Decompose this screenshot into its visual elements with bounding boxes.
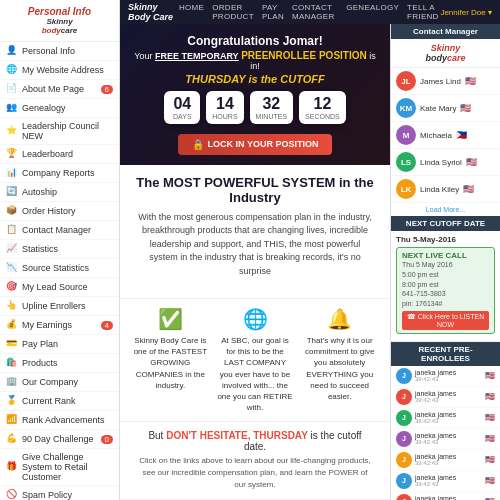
days-label: DAYS <box>170 113 194 120</box>
main-content: SkinnyBody Care HOMEORDER PRODUCTPAY PLA… <box>120 0 500 500</box>
preenrollee-name-6: janeka james <box>415 495 482 500</box>
preenrollee-time-0: 39:42:43 <box>415 376 482 382</box>
preenrollee-name-4: janeka james <box>415 453 482 460</box>
preenrollee-item-6[interactable]: J janeka james 39:42:43 🇺🇸 <box>391 492 500 500</box>
preenrollee-item-3[interactable]: J janeka james 39:42:43 🇺🇸 <box>391 429 500 450</box>
sidebar-badge-2: 6 <box>101 85 113 94</box>
preenrollee-item-0[interactable]: J janeka james 39:42:43 🇺🇸 <box>391 366 500 387</box>
dont-hesitate-sub: Click on the links above to learn about … <box>136 455 374 491</box>
sidebar-badge-14: 4 <box>101 321 113 330</box>
banner-content: Congratulations Jomar! Your FREE TEMPORA… <box>132 34 378 155</box>
preenrollee-avatar-6: J <box>396 494 412 500</box>
sidebar-label-14: My Earnings <box>22 320 97 330</box>
next-live-label: NEXT LIVE CALL <box>402 251 489 260</box>
sidebar-item-7[interactable]: 🔄 Autoship <box>0 183 119 202</box>
col-item-1: 🌐 At SBC, our goal is for this to be the… <box>217 307 294 413</box>
contact-item-1[interactable]: KM Kate Mary 🇺🇸 <box>391 95 500 122</box>
contact-item-0[interactable]: JL James Lind 🇺🇸 <box>391 68 500 95</box>
sidebar-item-4[interactable]: ⭐ Leadership Council NEW <box>0 118 119 145</box>
preenrollee-flag-1: 🇺🇸 <box>485 392 495 401</box>
cutoff-section-title: NEXT CUTOFF DATE <box>391 216 500 231</box>
topnav-link-home[interactable]: HOME <box>179 3 204 21</box>
sidebar-icon-5: 🏆 <box>6 148 18 160</box>
sidebar-item-5[interactable]: 🏆 Leaderboard <box>0 145 119 164</box>
topnav-user[interactable]: Jennifer Doe ▾ <box>440 8 492 17</box>
topnav-link-pay-plan[interactable]: PAY PLAN <box>262 3 284 21</box>
three-columns: ✅ Skinny Body Care is one of the FASTEST… <box>120 299 390 422</box>
sidebar-label-7: Autoship <box>22 187 113 197</box>
sidebar-icon-10: 📈 <box>6 243 18 255</box>
sidebar-label-16: Products <box>22 358 113 368</box>
dont-hesitate-title: But DON'T HESITATE, THURSDAY is the cuto… <box>136 430 374 452</box>
lock-position-button[interactable]: 🔒 LOCK IN YOUR POSITION <box>178 134 333 155</box>
sidebar-item-21[interactable]: 🎁 Give Challenge System to Retail Custom… <box>0 449 119 486</box>
topnav-link-tell-a-friend[interactable]: TELL A FRIEND <box>407 3 440 21</box>
contact-name-2: Michaela <box>420 131 452 140</box>
sidebar-item-12[interactable]: 🎯 My Lead Source <box>0 278 119 297</box>
preenrollee-info-3: janeka james 39:42:43 <box>415 432 482 445</box>
sidebar-icon-14: 💰 <box>6 319 18 331</box>
preenrollee-item-5[interactable]: J janeka james 39:42:43 🇺🇸 <box>391 471 500 492</box>
congrats-banner: Congratulations Jomar! Your FREE TEMPORA… <box>120 24 390 165</box>
col-text-1: At SBC, our goal is for this to be the L… <box>217 335 294 413</box>
preenrollee-name-5: janeka james <box>415 474 482 481</box>
sidebar-item-19[interactable]: 📶 Rank Advancements <box>0 411 119 430</box>
sidebar-label-11: Source Statistics <box>22 263 113 273</box>
sidebar-icon-18: 🥇 <box>6 395 18 407</box>
preenrollee-flag-4: 🇺🇸 <box>485 455 495 464</box>
contact-flag-2: 🇵🇭 <box>456 130 467 140</box>
preenrollee-item-2[interactable]: J janeka james 39:42:43 🇺🇸 <box>391 408 500 429</box>
sidebar-label-22: Spam Policy <box>22 490 113 500</box>
sidebar-item-8[interactable]: 📦 Order History <box>0 202 119 221</box>
preenrollee-item-1[interactable]: J janeka james 39:42:43 🇺🇸 <box>391 387 500 408</box>
preenrollee-item-4[interactable]: J janeka james 39:42:43 🇺🇸 <box>391 450 500 471</box>
right-sidebar-logo: Skinnybodycare <box>391 39 500 68</box>
sidebar-icon-7: 🔄 <box>6 186 18 198</box>
contact-avatar-2: M <box>396 125 416 145</box>
contact-name-3: Linda Syriol <box>420 158 462 167</box>
preenrollee-flag-3: 🇺🇸 <box>485 434 495 443</box>
topnav-link-genealogy[interactable]: GENEALOGY <box>346 3 399 21</box>
col-text-2: That's why it is our commitment to give … <box>301 335 378 402</box>
cutoff-section: Thu 5-May-2016 NEXT LIVE CALL Thu 5 May … <box>391 231 500 342</box>
topnav-link-order-product[interactable]: ORDER PRODUCT <box>212 3 254 21</box>
sidebar-label-0: Personal Info <box>22 46 113 56</box>
preenrollee-name-1: janeka james <box>415 390 482 397</box>
contact-flag-3: 🇺🇸 <box>466 157 477 167</box>
preenrollee-avatar-3: J <box>396 431 412 447</box>
congrats-title: Congratulations Jomar! <box>132 34 378 48</box>
sidebar-item-22[interactable]: 🚫 Spam Policy <box>0 486 119 500</box>
contact-item-3[interactable]: LS Linda Syriol 🇺🇸 <box>391 149 500 176</box>
sidebar-item-6[interactable]: 📊 Company Reports <box>0 164 119 183</box>
sidebar-item-15[interactable]: 💳 Pay Plan <box>0 335 119 354</box>
sidebar-item-3[interactable]: 👥 Genealogy <box>0 99 119 118</box>
sidebar-item-13[interactable]: 👆 Upline Enrollers <box>0 297 119 316</box>
sidebar-logo: Personal Info Skinnybodycare <box>0 0 119 42</box>
contact-avatar-1: KM <box>396 98 416 118</box>
sidebar-item-9[interactable]: 📋 Contact Manager <box>0 221 119 240</box>
sidebar-icon-11: 📉 <box>6 262 18 274</box>
contact-item-2[interactable]: M Michaela 🇵🇭 <box>391 122 500 149</box>
contacts-load-more[interactable]: Load More... <box>391 203 500 216</box>
sidebar-item-18[interactable]: 🥇 Current Rank <box>0 392 119 411</box>
sidebar-item-14[interactable]: 💰 My Earnings 4 <box>0 316 119 335</box>
top-navigation: SkinnyBody Care HOMEORDER PRODUCTPAY PLA… <box>120 0 500 24</box>
sidebar-item-16[interactable]: 🛍️ Products <box>0 354 119 373</box>
sidebar-item-2[interactable]: 📄 About Me Page 6 <box>0 80 119 99</box>
sidebar-item-17[interactable]: 🏢 Our Company <box>0 373 119 392</box>
col-icon-0: ✅ <box>132 307 209 331</box>
sidebar-label-10: Statistics <box>22 244 113 254</box>
sidebar-item-0[interactable]: 👤 Personal Info <box>0 42 119 61</box>
sidebar-item-11[interactable]: 📉 Source Statistics <box>0 259 119 278</box>
sidebar-item-10[interactable]: 📈 Statistics <box>0 240 119 259</box>
listen-now-button[interactable]: ☎ Click Here to LISTEN NOW <box>402 311 489 330</box>
sidebar-label-9: Contact Manager <box>22 225 113 235</box>
sidebar-item-20[interactable]: 💪 90 Day Challenge 0 <box>0 430 119 449</box>
hours-label: HOURS <box>212 113 237 120</box>
contact-avatar-3: LS <box>396 152 416 172</box>
lock-label: LOCK IN YOUR POSITION <box>208 139 319 149</box>
topnav-link-contact-manager[interactable]: CONTACT MANAGER <box>292 3 338 21</box>
contact-item-4[interactable]: LK Linda Kiley 🇺🇸 <box>391 176 500 203</box>
contact-avatar-4: LK <box>396 179 416 199</box>
sidebar-item-1[interactable]: 🌐 My Website Address <box>0 61 119 80</box>
